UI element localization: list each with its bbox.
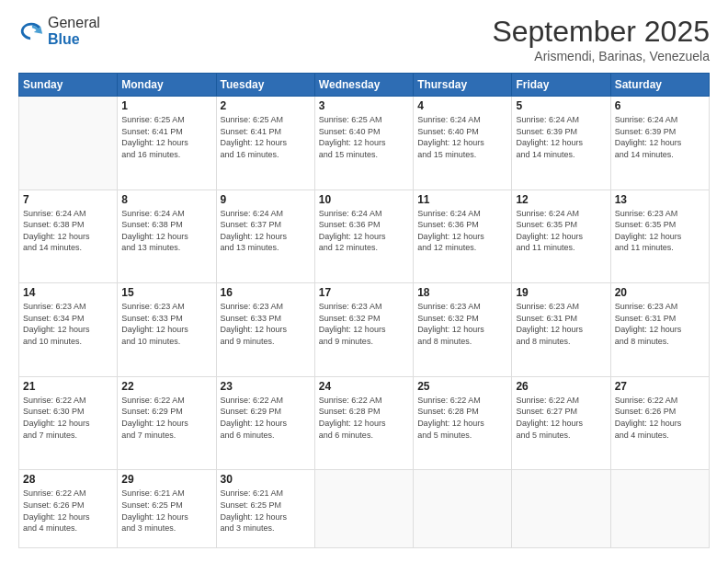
location-subtitle: Arismendi, Barinas, Venezuela [492,49,710,63]
day-number: 11 [417,193,507,206]
day-number: 21 [23,380,113,393]
day-info: Sunrise: 6:24 AM Sunset: 6:38 PM Dayligh… [23,208,113,254]
logo-general-text: General [48,15,100,31]
table-row: 11Sunrise: 6:24 AM Sunset: 6:36 PM Dayli… [414,190,512,283]
day-number: 27 [615,380,705,393]
table-row: 10Sunrise: 6:24 AM Sunset: 6:36 PM Dayli… [314,190,413,283]
table-row: 13Sunrise: 6:23 AM Sunset: 6:35 PM Dayli… [610,190,709,283]
day-number: 22 [121,380,211,393]
table-row: 27Sunrise: 6:22 AM Sunset: 6:26 PM Dayli… [610,376,709,470]
table-row: 17Sunrise: 6:23 AM Sunset: 6:32 PM Dayli… [314,283,413,377]
col-saturday: Saturday [610,74,709,97]
col-sunday: Sunday [19,74,118,97]
day-number: 16 [221,286,311,299]
table-row [512,470,610,548]
day-info: Sunrise: 6:24 AM Sunset: 6:36 PM Dayligh… [319,208,409,254]
day-number: 26 [516,380,606,393]
day-info: Sunrise: 6:21 AM Sunset: 6:25 PM Dayligh… [121,488,211,534]
day-info: Sunrise: 6:22 AM Sunset: 6:27 PM Dayligh… [516,395,606,441]
table-row: 26Sunrise: 6:22 AM Sunset: 6:27 PM Dayli… [512,376,610,470]
logo-text: General Blue [48,15,100,47]
day-number: 17 [319,286,409,299]
table-row: 14Sunrise: 6:23 AM Sunset: 6:34 PM Dayli… [19,283,118,377]
day-number: 13 [615,193,705,206]
table-row: 25Sunrise: 6:22 AM Sunset: 6:28 PM Dayli… [414,376,512,470]
logo-icon [18,18,44,44]
day-info: Sunrise: 6:24 AM Sunset: 6:39 PM Dayligh… [615,114,705,160]
day-info: Sunrise: 6:23 AM Sunset: 6:35 PM Dayligh… [615,208,705,254]
month-title: September 2025 [492,15,710,49]
table-row: 15Sunrise: 6:23 AM Sunset: 6:33 PM Dayli… [118,283,216,377]
day-info: Sunrise: 6:22 AM Sunset: 6:30 PM Dayligh… [23,395,113,441]
col-thursday: Thursday [414,74,512,97]
day-info: Sunrise: 6:23 AM Sunset: 6:32 PM Dayligh… [319,301,409,347]
day-info: Sunrise: 6:22 AM Sunset: 6:28 PM Dayligh… [417,395,507,441]
logo-blue-text: Blue [48,31,100,48]
day-number: 6 [615,99,705,112]
table-row [19,97,118,190]
day-info: Sunrise: 6:24 AM Sunset: 6:35 PM Dayligh… [516,208,606,254]
day-number: 7 [23,193,113,206]
day-info: Sunrise: 6:22 AM Sunset: 6:29 PM Dayligh… [121,395,211,441]
table-row: 23Sunrise: 6:22 AM Sunset: 6:29 PM Dayli… [216,376,314,470]
day-number: 14 [23,286,113,299]
day-number: 12 [516,193,606,206]
day-number: 20 [615,286,705,299]
header: General Blue September 2025 Arismendi, B… [18,15,710,63]
day-info: Sunrise: 6:21 AM Sunset: 6:25 PM Dayligh… [221,488,311,534]
day-number: 24 [319,380,409,393]
table-row: 28Sunrise: 6:22 AM Sunset: 6:26 PM Dayli… [19,470,118,548]
day-number: 30 [221,473,311,486]
day-number: 1 [121,99,211,112]
col-friday: Friday [512,74,610,97]
day-info: Sunrise: 6:24 AM Sunset: 6:39 PM Dayligh… [516,114,606,160]
day-number: 3 [319,99,409,112]
table-row: 29Sunrise: 6:21 AM Sunset: 6:25 PM Dayli… [118,470,216,548]
day-info: Sunrise: 6:22 AM Sunset: 6:28 PM Dayligh… [319,395,409,441]
day-info: Sunrise: 6:23 AM Sunset: 6:34 PM Dayligh… [23,301,113,347]
col-tuesday: Tuesday [216,74,314,97]
title-block: September 2025 Arismendi, Barinas, Venez… [492,15,710,63]
day-info: Sunrise: 6:24 AM Sunset: 6:37 PM Dayligh… [221,208,311,254]
day-number: 18 [417,286,507,299]
table-row: 16Sunrise: 6:23 AM Sunset: 6:33 PM Dayli… [216,283,314,377]
day-number: 15 [121,286,211,299]
day-info: Sunrise: 6:24 AM Sunset: 6:38 PM Dayligh… [121,208,211,254]
table-row [414,470,512,548]
table-row: 18Sunrise: 6:23 AM Sunset: 6:32 PM Dayli… [414,283,512,377]
day-info: Sunrise: 6:22 AM Sunset: 6:26 PM Dayligh… [615,395,705,441]
table-row: 21Sunrise: 6:22 AM Sunset: 6:30 PM Dayli… [19,376,118,470]
table-row: 7Sunrise: 6:24 AM Sunset: 6:38 PM Daylig… [19,190,118,283]
day-number: 5 [516,99,606,112]
day-info: Sunrise: 6:22 AM Sunset: 6:29 PM Dayligh… [221,395,311,441]
day-info: Sunrise: 6:25 AM Sunset: 6:40 PM Dayligh… [319,114,409,160]
table-row: 1Sunrise: 6:25 AM Sunset: 6:41 PM Daylig… [118,97,216,190]
day-info: Sunrise: 6:23 AM Sunset: 6:31 PM Dayligh… [516,301,606,347]
day-number: 19 [516,286,606,299]
day-info: Sunrise: 6:24 AM Sunset: 6:36 PM Dayligh… [417,208,507,254]
day-number: 9 [221,193,311,206]
table-row: 5Sunrise: 6:24 AM Sunset: 6:39 PM Daylig… [512,97,610,190]
day-number: 25 [417,380,507,393]
table-row: 30Sunrise: 6:21 AM Sunset: 6:25 PM Dayli… [216,470,314,548]
table-row: 3Sunrise: 6:25 AM Sunset: 6:40 PM Daylig… [314,97,413,190]
table-row [314,470,413,548]
table-row: 4Sunrise: 6:24 AM Sunset: 6:40 PM Daylig… [414,97,512,190]
day-info: Sunrise: 6:24 AM Sunset: 6:40 PM Dayligh… [417,114,507,160]
table-row: 9Sunrise: 6:24 AM Sunset: 6:37 PM Daylig… [216,190,314,283]
day-number: 23 [221,380,311,393]
day-info: Sunrise: 6:23 AM Sunset: 6:33 PM Dayligh… [121,301,211,347]
day-info: Sunrise: 6:25 AM Sunset: 6:41 PM Dayligh… [221,114,311,160]
calendar-header-row: Sunday Monday Tuesday Wednesday Thursday… [19,74,710,97]
day-info: Sunrise: 6:23 AM Sunset: 6:32 PM Dayligh… [417,301,507,347]
table-row: 2Sunrise: 6:25 AM Sunset: 6:41 PM Daylig… [216,97,314,190]
day-info: Sunrise: 6:23 AM Sunset: 6:33 PM Dayligh… [221,301,311,347]
calendar-table: Sunday Monday Tuesday Wednesday Thursday… [18,73,710,548]
logo: General Blue [18,15,100,47]
table-row: 8Sunrise: 6:24 AM Sunset: 6:38 PM Daylig… [118,190,216,283]
col-wednesday: Wednesday [314,74,413,97]
page: General Blue September 2025 Arismendi, B… [0,0,728,563]
table-row: 19Sunrise: 6:23 AM Sunset: 6:31 PM Dayli… [512,283,610,377]
day-info: Sunrise: 6:23 AM Sunset: 6:31 PM Dayligh… [615,301,705,347]
day-number: 8 [121,193,211,206]
